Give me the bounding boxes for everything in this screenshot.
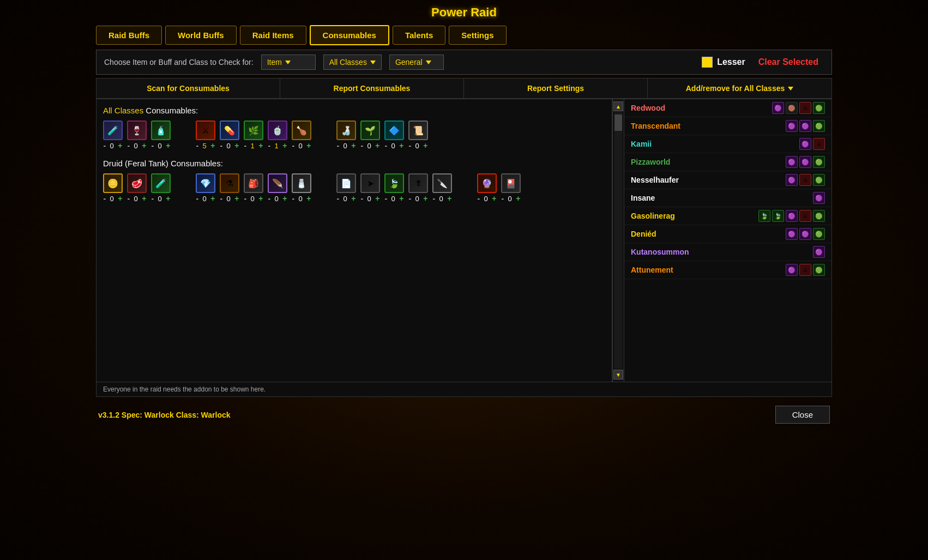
member-icons-kamii: 🟣 ⚔ bbox=[799, 138, 825, 150]
item-icon-scroll3: 📄 bbox=[336, 173, 356, 193]
decrement-btn[interactable]: - bbox=[385, 141, 388, 150]
increment-btn[interactable]: + bbox=[142, 194, 146, 203]
decrement-btn[interactable]: - bbox=[244, 141, 247, 150]
filter-bar: Choose Item or Buff and Class to Check f… bbox=[96, 50, 832, 75]
decrement-btn[interactable]: - bbox=[385, 194, 388, 203]
decrement-btn[interactable]: - bbox=[220, 141, 223, 150]
decrement-btn[interactable]: - bbox=[433, 194, 436, 203]
decrement-btn[interactable]: - bbox=[409, 194, 412, 203]
item-icon-feather: 🪶 bbox=[268, 173, 287, 193]
decrement-btn[interactable]: - bbox=[128, 194, 130, 203]
item-icon-food: 🍗 bbox=[292, 121, 311, 140]
item-controls: - 0 + bbox=[292, 141, 311, 150]
increment-btn[interactable]: + bbox=[142, 141, 146, 150]
item-value-1: 1 bbox=[249, 142, 256, 150]
increment-btn[interactable]: + bbox=[210, 141, 215, 150]
member-icon: 🟣 bbox=[786, 120, 798, 132]
increment-btn[interactable]: + bbox=[118, 141, 122, 150]
increment-btn[interactable]: + bbox=[423, 141, 427, 150]
member-icons-redwood: 🟣 🟤 ⚔ 🟢 bbox=[772, 102, 825, 114]
item-icon-powder: 🧂 bbox=[292, 173, 311, 193]
item-icon-potion: 💊 bbox=[220, 121, 239, 140]
increment-btn[interactable]: + bbox=[423, 194, 427, 203]
clear-selected-button[interactable]: Clear Selected bbox=[753, 55, 824, 69]
decrement-btn[interactable]: - bbox=[361, 141, 364, 150]
tab-settings[interactable]: Settings bbox=[449, 26, 506, 45]
decrement-btn[interactable]: - bbox=[409, 141, 412, 150]
decrement-btn[interactable]: - bbox=[104, 194, 106, 203]
tab-consumables[interactable]: Consumables bbox=[310, 25, 389, 45]
member-name-denied: Deniéd bbox=[631, 230, 781, 238]
scroll-up-btn[interactable]: ▲ bbox=[613, 101, 623, 111]
member-icon: 🟣 bbox=[786, 174, 798, 186]
tab-raid-items[interactable]: Raid Items bbox=[240, 26, 306, 45]
increment-btn[interactable]: + bbox=[399, 194, 403, 203]
decrement-btn[interactable]: - bbox=[268, 141, 271, 150]
item-icon-weapon: ⚔ bbox=[196, 121, 215, 140]
increment-btn[interactable]: + bbox=[306, 141, 311, 150]
increment-btn[interactable]: + bbox=[282, 141, 287, 150]
status-bar: Everyone in the raid needs the addon to … bbox=[96, 382, 832, 397]
category-dropdown[interactable]: General bbox=[389, 55, 444, 70]
increment-btn[interactable]: + bbox=[282, 194, 287, 203]
class-dropdown[interactable]: All Classes bbox=[323, 55, 382, 70]
decrement-btn[interactable]: - bbox=[292, 194, 295, 203]
increment-btn[interactable]: + bbox=[234, 141, 239, 150]
increment-btn[interactable]: + bbox=[306, 194, 311, 203]
increment-btn[interactable]: + bbox=[258, 194, 263, 203]
increment-btn[interactable]: + bbox=[447, 194, 451, 203]
sub-tab-report-settings[interactable]: Report Settings bbox=[464, 79, 648, 98]
all-classes-items-grid: 🧪 - 0 + 🍷 - 0 + bbox=[103, 121, 605, 150]
decrement-btn[interactable]: - bbox=[337, 194, 340, 203]
scroll-down-btn[interactable]: ▼ bbox=[613, 370, 623, 380]
item-controls: - 0 + bbox=[128, 141, 147, 150]
sub-tab-add-remove[interactable]: Add/remove for All Classes bbox=[648, 79, 831, 98]
member-icons-gasolinerag: 🍃 🍃 🟣 ⚔ 🟢 bbox=[758, 210, 825, 222]
increment-btn[interactable]: + bbox=[351, 194, 355, 203]
close-button[interactable]: Close bbox=[775, 406, 830, 424]
decrement-btn[interactable]: - bbox=[152, 194, 154, 203]
tab-talents[interactable]: Talents bbox=[393, 26, 445, 45]
decrement-btn[interactable]: - bbox=[128, 141, 130, 150]
sub-tab-scan[interactable]: Scan for Consumables bbox=[97, 79, 280, 98]
increment-btn[interactable]: + bbox=[258, 141, 263, 150]
decrement-btn[interactable]: - bbox=[478, 194, 480, 203]
decrement-btn[interactable]: - bbox=[337, 141, 340, 150]
increment-btn[interactable]: + bbox=[166, 141, 170, 150]
item-value: 0 bbox=[273, 195, 280, 203]
increment-btn[interactable]: + bbox=[210, 194, 215, 203]
increment-btn[interactable]: + bbox=[234, 194, 239, 203]
increment-btn[interactable]: + bbox=[351, 141, 355, 150]
item-icon-flask2: ⚗ bbox=[220, 173, 239, 193]
increment-btn[interactable]: + bbox=[375, 141, 379, 150]
decrement-btn[interactable]: - bbox=[104, 141, 106, 150]
scroll-thumb[interactable] bbox=[614, 115, 622, 131]
item-cell: 🗡 - 0 + bbox=[408, 173, 428, 203]
increment-btn[interactable]: + bbox=[375, 194, 379, 203]
raid-panel: Redwood 🟣 🟤 ⚔ 🟢 Transcendant 🟣 🟣 🟢 bbox=[624, 99, 831, 382]
sub-tab-report[interactable]: Report Consumables bbox=[280, 79, 464, 98]
decrement-btn[interactable]: - bbox=[196, 141, 199, 150]
decrement-btn[interactable]: - bbox=[502, 194, 504, 203]
decrement-btn[interactable]: - bbox=[152, 141, 154, 150]
item-cell: 🎒 - 0 + bbox=[244, 173, 263, 203]
increment-btn[interactable]: + bbox=[118, 194, 122, 203]
tab-raid-buffs[interactable]: Raid Buffs bbox=[96, 26, 162, 45]
all-classes-title: All Classes Consumables: bbox=[103, 106, 605, 115]
tab-world-buffs[interactable]: World Buffs bbox=[165, 26, 237, 45]
item-icon-misc: 🔷 bbox=[384, 121, 404, 140]
increment-btn[interactable]: + bbox=[516, 194, 520, 203]
increment-btn[interactable]: + bbox=[166, 194, 170, 203]
item-cell: 🪶 - 0 + bbox=[268, 173, 287, 203]
decrement-btn[interactable]: - bbox=[220, 194, 223, 203]
increment-btn[interactable]: + bbox=[399, 141, 403, 150]
item-dropdown[interactable]: Item bbox=[261, 55, 316, 70]
increment-btn[interactable]: + bbox=[492, 194, 496, 203]
item-cell: 🔪 - 0 + bbox=[432, 173, 452, 203]
item-controls: - 0 + bbox=[292, 194, 311, 203]
decrement-btn[interactable]: - bbox=[268, 194, 271, 203]
decrement-btn[interactable]: - bbox=[292, 141, 295, 150]
decrement-btn[interactable]: - bbox=[244, 194, 247, 203]
decrement-btn[interactable]: - bbox=[196, 194, 199, 203]
decrement-btn[interactable]: - bbox=[361, 194, 364, 203]
